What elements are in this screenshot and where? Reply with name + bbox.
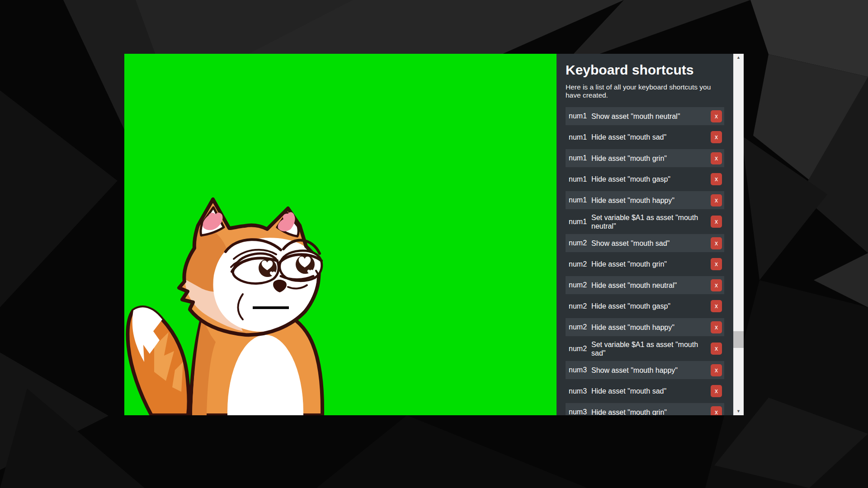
shortcut-list: num1 Show asset "mouth neutral" x num1 H… — [566, 107, 724, 415]
delete-shortcut-button[interactable]: x — [711, 237, 722, 249]
shortcut-key-label: num2 — [566, 345, 591, 353]
delete-shortcut-button[interactable]: x — [711, 406, 722, 416]
delete-shortcut-button[interactable]: x — [711, 364, 722, 376]
scroll-down-icon[interactable]: ▼ — [733, 408, 744, 415]
shortcut-action-label: Hide asset "mouth gasp" — [591, 302, 711, 310]
page-title: Keyboard shortcuts — [566, 62, 724, 78]
shortcut-action-label: Show asset "mouth happy" — [591, 366, 711, 375]
shortcut-action-label: Set variable $A1 as asset "mouth neutral… — [591, 213, 711, 230]
shortcut-action-label: Set variable $A1 as asset "mouth sad" — [591, 340, 711, 357]
fox-head — [179, 199, 322, 335]
shortcut-action-label: Show asset "mouth neutral" — [591, 112, 711, 121]
shortcut-row: num3 Hide asset "mouth sad" x — [566, 382, 724, 400]
shortcut-action-label: Hide asset "mouth happy" — [591, 196, 711, 205]
shortcut-row: num2 Hide asset "mouth grin" x — [566, 255, 724, 273]
shortcut-key-label: num3 — [566, 387, 591, 395]
shortcut-key-label: num1 — [566, 112, 591, 120]
shortcut-key-label: num1 — [566, 133, 591, 141]
delete-shortcut-button[interactable]: x — [711, 110, 722, 122]
shortcut-row: num3 Hide asset "mouth grin" x — [566, 403, 724, 415]
shortcut-key-label: num2 — [566, 260, 591, 268]
fox-tail — [127, 307, 189, 415]
avatar-app-window: Keyboard shortcuts Here is a list of all… — [124, 54, 744, 415]
delete-shortcut-button[interactable]: x — [711, 300, 722, 312]
shortcut-action-label: Hide asset "mouth sad" — [591, 133, 711, 141]
shortcut-row: num2 Hide asset "mouth neutral" x — [566, 276, 724, 294]
shortcut-action-label: Show asset "mouth sad" — [591, 239, 711, 248]
shortcut-row: num1 Show asset "mouth neutral" x — [566, 107, 724, 125]
shortcut-action-label: Hide asset "mouth gasp" — [591, 175, 711, 183]
delete-shortcut-button[interactable]: x — [711, 173, 722, 185]
shortcut-action-label: Hide asset "mouth grin" — [591, 408, 711, 416]
scrollbar[interactable]: ▲ ▼ — [733, 54, 744, 415]
shortcut-row: num3 Show asset "mouth happy" x — [566, 361, 724, 379]
shortcut-key-label: num2 — [566, 281, 591, 289]
fox-eye-right — [279, 251, 322, 281]
shortcut-key-label: num2 — [566, 302, 591, 310]
scrollbar-thumb[interactable] — [733, 331, 744, 348]
fox-avatar — [124, 54, 557, 415]
delete-shortcut-button[interactable]: x — [711, 385, 722, 397]
delete-shortcut-button[interactable]: x — [711, 131, 722, 143]
shortcut-action-label: Hide asset "mouth grin" — [591, 260, 711, 268]
shortcut-row: num1 Hide asset "mouth happy" x — [566, 191, 724, 209]
keyboard-shortcuts-panel: Keyboard shortcuts Here is a list of all… — [557, 54, 733, 415]
panel-description: Here is a list of all your keyboard shor… — [566, 83, 723, 99]
shortcut-key-label: num2 — [566, 323, 591, 331]
shortcut-key-label: num1 — [566, 196, 591, 204]
delete-shortcut-button[interactable]: x — [711, 216, 722, 228]
shortcut-key-label: num2 — [566, 239, 591, 247]
delete-shortcut-button[interactable]: x — [711, 194, 722, 206]
shortcut-key-label: num1 — [566, 175, 591, 183]
delete-shortcut-button[interactable]: x — [711, 343, 722, 355]
shortcut-row: num1 Set variable $A1 as asset "mouth ne… — [566, 212, 724, 231]
shortcut-action-label: Hide asset "mouth grin" — [591, 154, 711, 163]
shortcut-row: num2 Hide asset "mouth happy" x — [566, 318, 724, 336]
delete-shortcut-button[interactable]: x — [711, 321, 722, 333]
shortcut-row: num1 Hide asset "mouth gasp" x — [566, 170, 724, 188]
delete-shortcut-button[interactable]: x — [711, 279, 722, 291]
greenscreen-stage — [124, 54, 557, 415]
shortcut-action-label: Hide asset "mouth sad" — [591, 387, 711, 395]
shortcut-row: num1 Hide asset "mouth grin" x — [566, 149, 724, 167]
shortcut-key-label: num1 — [566, 154, 591, 162]
shortcut-row: num2 Show asset "mouth sad" x — [566, 234, 724, 252]
shortcut-key-label: num3 — [566, 408, 591, 415]
shortcut-row: num2 Set variable $A1 as asset "mouth sa… — [566, 339, 724, 358]
shortcut-row: num1 Hide asset "mouth sad" x — [566, 128, 724, 146]
shortcut-action-label: Hide asset "mouth happy" — [591, 323, 711, 332]
delete-shortcut-button[interactable]: x — [711, 258, 722, 270]
shortcut-row: num2 Hide asset "mouth gasp" x — [566, 297, 724, 315]
shortcut-key-label: num1 — [566, 218, 591, 226]
delete-shortcut-button[interactable]: x — [711, 152, 722, 164]
shortcut-key-label: num3 — [566, 366, 591, 374]
shortcut-action-label: Hide asset "mouth neutral" — [591, 281, 711, 290]
scroll-up-icon[interactable]: ▲ — [733, 54, 744, 61]
